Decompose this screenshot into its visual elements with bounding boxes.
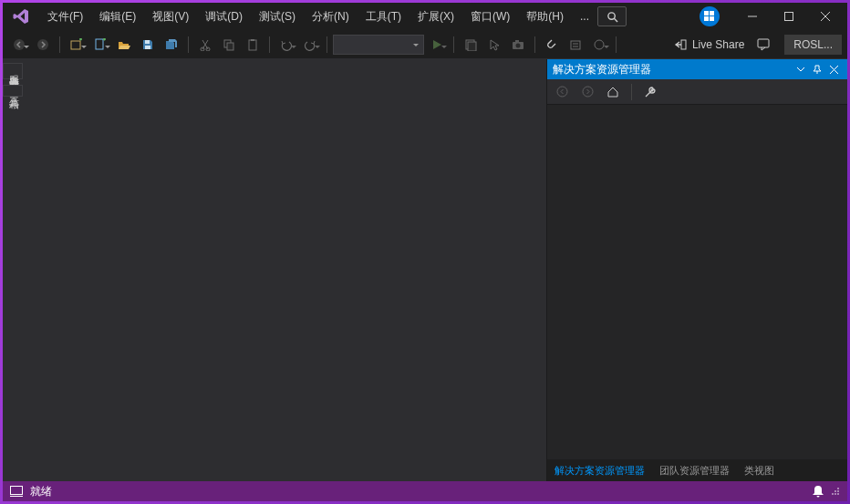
- save-button[interactable]: [137, 34, 159, 56]
- start-debug-button[interactable]: [426, 34, 448, 56]
- panel-close-icon[interactable]: [825, 66, 842, 74]
- tab-team-explorer[interactable]: 团队资源管理器: [652, 460, 737, 481]
- menu-test[interactable]: 测试(S): [251, 5, 304, 28]
- open-button[interactable]: [113, 34, 135, 56]
- server-explorer-tab[interactable]: 服务器资源管理器: [3, 63, 23, 79]
- tab-class-view[interactable]: 类视图: [737, 460, 782, 481]
- svg-rect-14: [145, 40, 150, 44]
- account-icon[interactable]: [700, 6, 720, 26]
- menu-view[interactable]: 视图(V): [144, 5, 197, 28]
- svg-rect-19: [227, 43, 233, 50]
- panel-back-button[interactable]: [551, 81, 573, 103]
- undo-button[interactable]: [275, 34, 297, 56]
- svg-line-1: [614, 18, 617, 22]
- redo-button[interactable]: [299, 34, 321, 56]
- svg-rect-12: [71, 41, 80, 49]
- svg-rect-5: [710, 16, 714, 21]
- svg-rect-31: [681, 40, 686, 49]
- ai-button[interactable]: [588, 34, 610, 56]
- live-share-button[interactable]: Live Share: [667, 38, 752, 51]
- select-tool-button[interactable]: [483, 34, 505, 56]
- minimize-button[interactable]: [734, 5, 771, 28]
- roslyn-button[interactable]: ROSL...: [784, 35, 842, 55]
- svg-rect-23: [468, 42, 476, 51]
- svg-point-44: [837, 493, 839, 495]
- nav-back-button[interactable]: [8, 34, 30, 56]
- main-toolbar: Live Share ROSL...: [3, 30, 847, 59]
- attach-button[interactable]: [541, 34, 563, 56]
- panel-header[interactable]: 解决方案资源管理器: [547, 59, 847, 79]
- work-item-button[interactable]: [565, 34, 586, 56]
- svg-rect-21: [251, 39, 254, 41]
- svg-point-39: [837, 488, 839, 489]
- svg-point-41: [837, 490, 839, 492]
- panel-forward-button[interactable]: [576, 81, 598, 103]
- svg-rect-13: [96, 39, 103, 49]
- maximize-button[interactable]: [771, 5, 807, 28]
- copy-button[interactable]: [218, 34, 240, 56]
- close-button[interactable]: [807, 5, 844, 28]
- panel-bottom-tabs: 解决方案资源管理器 团队资源管理器 类视图: [547, 459, 847, 481]
- new-project-button[interactable]: [66, 34, 88, 56]
- svg-rect-27: [571, 41, 580, 49]
- save-all-button[interactable]: [161, 34, 182, 56]
- panel-body: [547, 105, 847, 459]
- menu-help[interactable]: 帮助(H): [518, 5, 572, 28]
- svg-rect-32: [758, 39, 769, 47]
- panel-toolbar: [547, 79, 847, 105]
- status-ready: 就绪: [30, 484, 52, 499]
- menu-edit[interactable]: 编辑(E): [91, 5, 144, 28]
- nav-forward-button[interactable]: [32, 34, 54, 56]
- properties-button[interactable]: [639, 81, 661, 103]
- svg-rect-4: [704, 16, 709, 21]
- resize-grip-icon[interactable]: [831, 487, 840, 496]
- tab-solution-explorer[interactable]: 解决方案资源管理器: [547, 460, 652, 481]
- menu-bar: 文件(F) 编辑(E) 视图(V) 调试(D) 测试(S) 分析(N) 工具(T…: [3, 3, 847, 30]
- svg-rect-15: [145, 46, 150, 49]
- vs-logo-icon: [8, 7, 34, 26]
- svg-point-35: [557, 87, 567, 97]
- svg-point-25: [516, 43, 521, 47]
- svg-rect-7: [785, 13, 793, 21]
- menu-analyze[interactable]: 分析(N): [304, 5, 358, 28]
- cut-button[interactable]: [194, 34, 216, 56]
- live-share-label: Live Share: [692, 38, 744, 51]
- client-area: 服务器资源管理器 工具箱 解决方案资源管理器 解决方案资源管理器: [3, 59, 847, 481]
- feedback-button[interactable]: [753, 34, 775, 56]
- menu-window[interactable]: 窗口(W): [462, 5, 518, 28]
- svg-point-0: [607, 12, 614, 18]
- panel-title: 解决方案资源管理器: [553, 62, 651, 77]
- output-pane-icon[interactable]: [10, 486, 23, 497]
- svg-point-11: [37, 39, 48, 50]
- solution-config-combo[interactable]: [333, 35, 424, 55]
- svg-point-30: [595, 40, 604, 49]
- menu-extensions[interactable]: 扩展(X): [409, 5, 462, 28]
- menu-tools[interactable]: 工具(T): [358, 5, 409, 28]
- svg-point-40: [834, 490, 836, 492]
- svg-rect-26: [515, 40, 519, 43]
- menu-file[interactable]: 文件(F): [39, 5, 91, 28]
- pin-icon[interactable]: [809, 65, 825, 74]
- status-bar: 就绪: [3, 481, 847, 501]
- panel-dropdown-icon[interactable]: [793, 66, 809, 73]
- home-button[interactable]: [602, 81, 624, 103]
- svg-point-36: [583, 87, 593, 97]
- menu-overflow[interactable]: ...: [572, 6, 597, 26]
- svg-rect-20: [249, 40, 256, 50]
- paste-button[interactable]: [242, 34, 264, 56]
- svg-rect-2: [704, 11, 709, 15]
- editor-area: [23, 59, 546, 481]
- left-dock: 服务器资源管理器 工具箱: [3, 59, 23, 481]
- notifications-icon[interactable]: [813, 485, 824, 498]
- find-in-files-button[interactable]: [460, 34, 482, 56]
- camera-icon[interactable]: [507, 34, 529, 56]
- svg-rect-3: [710, 11, 714, 15]
- solution-explorer-panel: 解决方案资源管理器 解决方案资源管理器 团队资源管理器 类视图: [546, 59, 847, 481]
- search-button[interactable]: [597, 6, 627, 26]
- menu-debug[interactable]: 调试(D): [197, 5, 251, 28]
- share-icon: [674, 38, 687, 51]
- new-item-button[interactable]: [89, 34, 111, 56]
- svg-point-43: [834, 493, 836, 495]
- toolbox-tab[interactable]: 工具箱: [3, 85, 23, 97]
- svg-point-10: [14, 39, 25, 50]
